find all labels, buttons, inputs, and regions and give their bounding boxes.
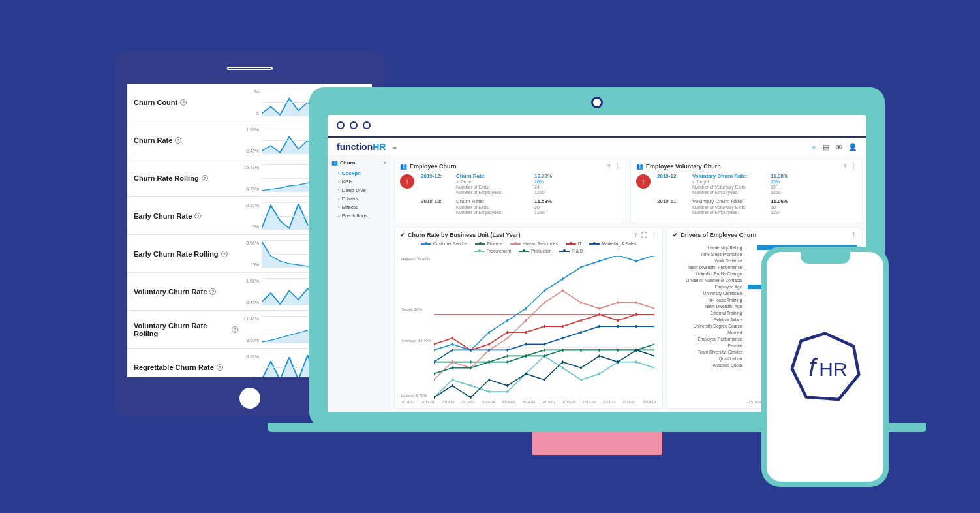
menu-icon[interactable]: ⋮	[851, 232, 857, 238]
app-logo[interactable]: functionHR	[337, 142, 386, 152]
menu-icon[interactable]: ⋮	[851, 163, 857, 170]
help-icon[interactable]: ?	[209, 288, 216, 295]
help-icon[interactable]: ?	[844, 163, 848, 170]
driver-label: Employee Age	[673, 285, 744, 289]
x-tick: 2019-12	[643, 400, 656, 404]
kpi-label: Regrettable Churn Rate?	[134, 364, 238, 371]
chevron-down-icon[interactable]: ▾	[384, 160, 386, 166]
help-icon[interactable]: ?	[180, 99, 187, 106]
legend-item[interactable]: Finance	[475, 241, 502, 246]
svg-point-68	[544, 343, 545, 346]
svg-point-96	[580, 349, 582, 352]
svg-point-108	[562, 360, 564, 364]
x-tick: 2019-09	[583, 400, 596, 404]
svg-point-67	[525, 343, 527, 346]
users-icon: 👥	[331, 160, 338, 166]
svg-point-82	[562, 366, 564, 369]
svg-point-11	[452, 343, 453, 346]
svg-point-69	[562, 337, 564, 340]
sidebar: 👥 Churn ▾ CockpitKPIsDeep DiveDriversEff…	[328, 155, 390, 412]
sidebar-title[interactable]: 👥 Churn ▾	[331, 160, 386, 166]
average-label: Average: 14.40%	[401, 339, 431, 343]
users-icon: 👥	[636, 163, 643, 170]
menu-icon[interactable]: ⋮	[615, 163, 620, 170]
expand-icon[interactable]: ⛶	[641, 232, 647, 238]
svg-point-78	[488, 390, 490, 394]
driver-label: LinkedIn: Profile Change	[673, 272, 744, 276]
help-icon[interactable]: ?	[175, 137, 181, 144]
location-icon[interactable]: ⟡	[812, 143, 816, 151]
legend-item[interactable]: Procurement	[474, 249, 511, 253]
driver-label: Work Distance	[673, 258, 744, 263]
legend-item[interactable]: IT	[566, 241, 582, 246]
svg-point-71	[598, 325, 600, 328]
svg-point-65	[488, 349, 490, 352]
svg-point-70	[580, 331, 582, 334]
svg-point-84	[598, 372, 600, 375]
help-icon[interactable]: ?	[194, 213, 201, 219]
svg-point-93	[525, 354, 527, 358]
kpi-range: 245	[238, 89, 262, 116]
svg-point-83	[580, 378, 582, 381]
legend-item[interactable]: Human Resources	[510, 241, 558, 246]
driver-label: Qualification	[673, 356, 744, 361]
user-icon[interactable]: 👤	[848, 143, 857, 151]
legend-item[interactable]: Production	[519, 249, 551, 253]
driver-label: University Degree Course	[673, 324, 744, 328]
svg-point-22	[654, 256, 654, 256]
logo-suffix: HR	[373, 142, 386, 152]
legend-item[interactable]: Marketing & Sales	[589, 241, 636, 246]
sidebar-item-cockpit[interactable]: Cockpit	[331, 169, 386, 178]
svg-point-57	[580, 319, 582, 322]
chart-legend: Customer ServiceFinanceHuman ResourcesIT…	[400, 241, 657, 253]
x-tick: 2018-12	[401, 400, 414, 404]
check-icon: ✔	[673, 232, 678, 238]
help-icon[interactable]: ?	[217, 364, 223, 371]
hamburger-icon[interactable]: ≡	[392, 143, 396, 151]
x-tick: 2019-08	[562, 400, 575, 404]
x-tick: 2019-10	[602, 400, 615, 404]
svg-point-61	[654, 313, 654, 317]
svg-point-47	[635, 301, 637, 304]
help-icon[interactable]: ?	[221, 251, 228, 257]
legend-item[interactable]: R & D	[559, 249, 583, 253]
window-dot[interactable]	[350, 121, 358, 129]
x-tick: 2019-02	[442, 400, 455, 404]
svg-point-20	[617, 256, 619, 256]
svg-point-29	[544, 349, 545, 352]
sidebar-item-drivers[interactable]: Drivers	[331, 194, 386, 203]
app-header: functionHR ≡ ⟡ ▤ ✉ 👤	[328, 136, 866, 155]
help-icon[interactable]: ?	[232, 326, 238, 333]
menu-icon[interactable]: ⋮	[651, 232, 657, 238]
churn-by-bu-card: ✔Churn Rate by Business Unit (Last Year)…	[394, 227, 663, 409]
window-dot[interactable]	[337, 121, 345, 129]
driver-label: In-House Training	[673, 298, 744, 302]
sidebar-item-kpis[interactable]: KPIs	[331, 178, 386, 186]
svg-point-37	[452, 360, 453, 364]
svg-point-106	[525, 372, 527, 375]
help-icon[interactable]: ?	[634, 232, 638, 238]
sidebar-item-predictions[interactable]: Predictions	[331, 211, 386, 220]
voluntary-churn-card: 👥Employee Voluntary Churn ?⋮ ↑ 2019-12:V…	[630, 159, 863, 223]
kpi-label: Churn Rate?	[134, 136, 238, 144]
svg-point-87	[654, 366, 654, 369]
x-axis: 2018-122019-012019-022019-032019-042019-…	[400, 400, 657, 404]
svg-point-76	[452, 378, 453, 381]
svg-text:HR: HR	[819, 358, 847, 380]
tablet-speaker	[227, 67, 273, 70]
save-icon[interactable]: ▤	[823, 143, 829, 151]
svg-point-72	[617, 325, 619, 328]
svg-point-16	[544, 289, 545, 292]
sidebar-item-effects[interactable]: Effects	[331, 203, 386, 211]
tablet-home-button[interactable]	[239, 388, 260, 409]
legend-item[interactable]: Customer Service	[421, 241, 467, 246]
help-icon[interactable]: ?	[202, 175, 208, 181]
driver-label: Team Diversity: Performance	[673, 265, 744, 270]
phone-screen: f HR	[767, 252, 883, 482]
help-icon[interactable]: ?	[607, 163, 611, 170]
svg-point-42	[544, 301, 545, 304]
mail-icon[interactable]: ✉	[836, 143, 842, 151]
window-dot[interactable]	[363, 121, 371, 129]
sidebar-item-deep-dive[interactable]: Deep Dive	[331, 186, 386, 194]
driver-label: University Certificate	[673, 291, 744, 296]
